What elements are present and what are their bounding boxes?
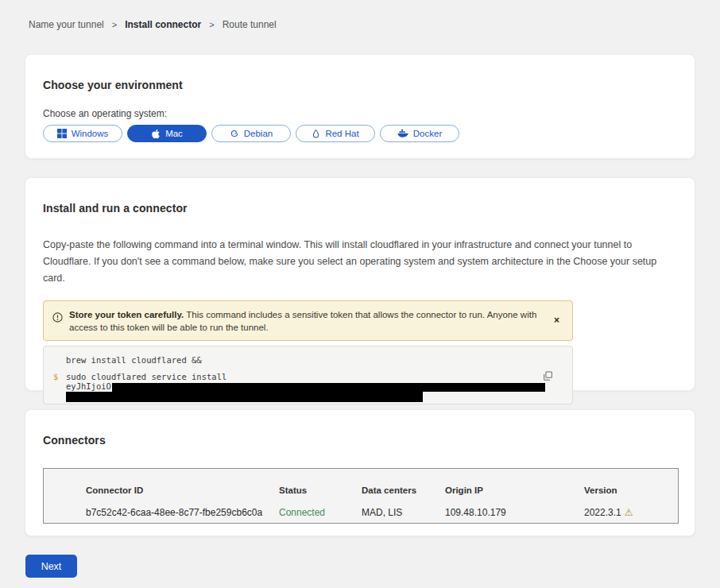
code-line-service-install: sudo cloudflared service install xyxy=(66,372,545,381)
docker-logo-icon xyxy=(397,129,408,138)
breadcrumb-step-route-tunnel[interactable]: Route tunnel xyxy=(223,19,277,30)
close-icon[interactable]: × xyxy=(549,315,564,326)
token-warning-text: Store your token carefully. This command… xyxy=(69,308,543,334)
version-warning-icon[interactable]: ⚠ xyxy=(625,507,633,518)
col-header-connector-id: Connector ID xyxy=(86,485,279,500)
col-header-data-centers: Data centers xyxy=(362,485,445,500)
redhat-logo-icon xyxy=(312,129,320,139)
connectors-card: Connectors Connector ID Status Data cent… xyxy=(25,409,695,536)
breadcrumb: Name your tunnel > Install connector > R… xyxy=(0,0,720,30)
environment-card: Choose your environment Choose an operat… xyxy=(25,54,695,159)
col-header-status: Status xyxy=(279,485,362,500)
token-warning-bold: Store your token carefully. xyxy=(69,310,184,319)
next-button[interactable]: Next xyxy=(25,555,77,578)
cell-connector-id: b7c52c42-6caa-48ee-8c77-fbe259cb6c0a xyxy=(86,507,279,523)
os-button-label: Mac xyxy=(165,129,183,138)
redacted-token-bar xyxy=(112,383,545,392)
col-header-version: Version xyxy=(584,485,670,500)
code-line-token: eyJhIjoiO xyxy=(66,381,545,392)
code-line-token-2 xyxy=(66,392,545,403)
status-badge: Connected xyxy=(279,507,362,523)
os-button-label: Windows xyxy=(72,129,109,138)
cell-data-centers: MAD, LIS xyxy=(362,507,445,523)
debian-logo-icon xyxy=(230,129,239,138)
shell-prompt: $ xyxy=(53,372,60,402)
install-description: Copy-paste the following command into a … xyxy=(43,237,675,287)
breadcrumb-separator: > xyxy=(112,20,117,29)
windows-logo-icon xyxy=(57,129,67,138)
breadcrumb-separator: > xyxy=(209,20,214,29)
copy-icon[interactable] xyxy=(541,369,555,385)
install-connector-card: Install and run a connector Copy-paste t… xyxy=(25,177,695,391)
install-card-title: Install and run a connector xyxy=(43,202,677,215)
install-command-codeblock: brew install cloudflared && $ sudo cloud… xyxy=(43,346,573,404)
token-warning-banner: Store your token carefully. This command… xyxy=(43,300,573,341)
os-button-label: Red Hat xyxy=(325,129,358,138)
alert-circle-icon xyxy=(52,311,63,326)
col-header-origin-ip: Origin IP xyxy=(445,485,584,500)
os-button-debian[interactable]: Debian xyxy=(211,125,291,142)
cell-origin-ip: 109.48.10.179 xyxy=(445,507,584,523)
os-button-redhat[interactable]: Red Hat xyxy=(296,125,375,142)
connectors-table: Connector ID Status Data centers Origin … xyxy=(43,468,679,524)
apple-logo-icon xyxy=(151,129,161,139)
code-line-brew: brew install cloudflared && xyxy=(66,355,559,365)
os-select-label: Choose an operating system: xyxy=(43,108,677,119)
connectors-card-title: Connectors xyxy=(43,434,677,447)
breadcrumb-step-name-tunnel[interactable]: Name your tunnel xyxy=(29,19,104,30)
environment-card-title: Choose your environment xyxy=(43,79,677,91)
cell-version: 2022.3.1⚠ xyxy=(584,507,670,523)
os-button-label: Docker xyxy=(413,129,442,138)
os-button-label: Debian xyxy=(244,129,273,138)
os-button-row: Windows Mac Debian xyxy=(43,125,677,142)
os-button-mac[interactable]: Mac xyxy=(127,125,207,142)
breadcrumb-step-install-connector[interactable]: Install connector xyxy=(125,19,201,30)
os-button-docker[interactable]: Docker xyxy=(380,125,459,142)
os-button-windows[interactable]: Windows xyxy=(43,125,122,142)
redacted-token-bar xyxy=(66,392,423,402)
tunnel-setup-page: Name your tunnel > Install connector > R… xyxy=(0,0,720,588)
